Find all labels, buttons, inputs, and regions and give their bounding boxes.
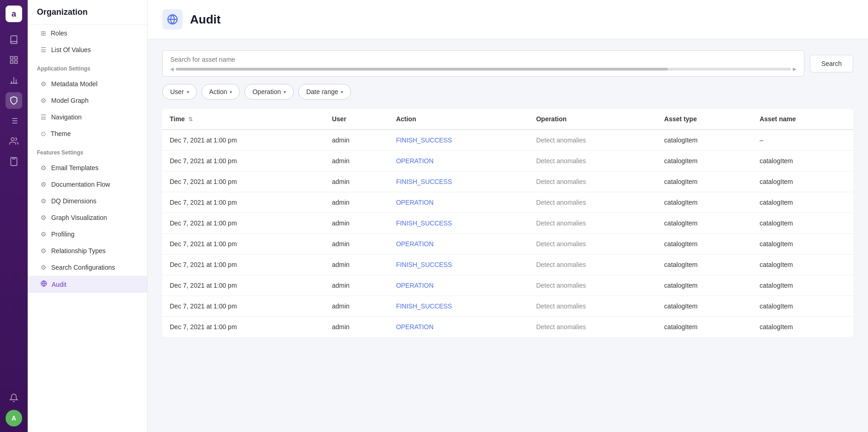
audit-icon <box>41 280 47 288</box>
table-row: Dec 7, 2021 at 1:00 pm admin OPERATION D… <box>162 234 853 254</box>
sidebar-item-documentation-flow[interactable]: ⚙ Documentation Flow <box>28 176 147 193</box>
sidebar: Organization ⊞ Roles ☰ List Of Values Ap… <box>28 0 148 432</box>
user-filter-chevron: ▾ <box>187 89 189 95</box>
cell-action: OPERATION <box>389 317 529 337</box>
metadata-icon: ⚙ <box>41 80 47 88</box>
dq-icon: ⚙ <box>41 197 47 205</box>
user-filter-label: User <box>170 88 184 95</box>
search-input-wrapper: ◀ ▶ <box>162 50 804 77</box>
search-button[interactable]: Search <box>810 55 853 72</box>
table-header-row: Time ⇅ User Action Operation Asset type … <box>162 109 853 130</box>
cell-time: Dec 7, 2021 at 1:00 pm <box>162 172 325 192</box>
svg-rect-0 <box>11 57 13 59</box>
search-config-icon: ⚙ <box>41 264 47 271</box>
cell-time: Dec 7, 2021 at 1:00 pm <box>162 234 325 254</box>
user-avatar[interactable]: A <box>6 410 22 426</box>
clipboard-icon[interactable] <box>6 153 22 170</box>
sidebar-item-search-configurations[interactable]: ⚙ Search Configurations <box>28 259 147 276</box>
sidebar-item-relationship-types[interactable]: ⚙ Relationship Types <box>28 243 147 259</box>
scroll-track <box>176 68 791 71</box>
main-content: Audit ◀ ▶ Search User ▾ <box>148 0 868 432</box>
book-icon[interactable] <box>6 31 22 48</box>
sidebar-item-label: Roles <box>51 30 67 37</box>
col-user: User <box>325 109 389 130</box>
cell-user: admin <box>325 130 389 151</box>
sidebar-item-theme[interactable]: ⊙ Theme <box>28 125 147 142</box>
table-row: Dec 7, 2021 at 1:00 pm admin FINISH_SUCC… <box>162 172 853 192</box>
doc-flow-icon: ⚙ <box>41 181 47 188</box>
cell-asset-name: catalogItem <box>752 151 853 172</box>
navigation-icon: ☰ <box>41 113 47 121</box>
app-logo[interactable]: a <box>6 6 22 22</box>
svg-rect-2 <box>15 61 18 64</box>
time-sort-icon: ⇅ <box>188 116 193 123</box>
sidebar-item-email-templates[interactable]: ⚙ Email Templates <box>28 160 147 176</box>
cell-action: FINISH_SUCCESS <box>389 213 529 234</box>
scroll-bar: ◀ ▶ <box>170 66 797 71</box>
table-row: Dec 7, 2021 at 1:00 pm admin OPERATION D… <box>162 151 853 172</box>
cell-asset-type: catalogItem <box>657 296 752 317</box>
cell-user: admin <box>325 192 389 213</box>
operation-filter-label: Operation <box>252 88 280 95</box>
sidebar-item-model-graph[interactable]: ⚙ Model Graph <box>28 92 147 109</box>
svg-rect-15 <box>13 158 15 159</box>
model-graph-icon: ⚙ <box>41 97 47 104</box>
sidebar-item-label: Documentation Flow <box>51 181 110 188</box>
operation-filter[interactable]: Operation ▾ <box>244 84 293 100</box>
cell-action: FINISH_SUCCESS <box>389 172 529 192</box>
sidebar-item-roles[interactable]: ⊞ Roles <box>28 25 147 41</box>
sidebar-item-navigation[interactable]: ☰ Navigation <box>28 109 147 125</box>
bell-icon[interactable] <box>6 390 22 406</box>
users-icon[interactable] <box>6 133 22 149</box>
operation-filter-chevron: ▾ <box>284 89 286 95</box>
sidebar-item-label: Profiling <box>51 231 75 238</box>
table-row: Dec 7, 2021 at 1:00 pm admin FINISH_SUCC… <box>162 254 853 275</box>
date-range-filter-chevron: ▾ <box>341 89 343 95</box>
sidebar-item-profiling[interactable]: ⚙ Profiling <box>28 226 147 243</box>
action-filter-chevron: ▾ <box>230 89 232 95</box>
sidebar-item-graph-visualization[interactable]: ⚙ Graph Visualization <box>28 209 147 226</box>
cell-operation: Detect anomalies <box>529 275 657 296</box>
page-header: Audit <box>148 0 868 39</box>
cell-time: Dec 7, 2021 at 1:00 pm <box>162 151 325 172</box>
sidebar-item-list-of-values[interactable]: ☰ List Of Values <box>28 41 147 58</box>
cell-time: Dec 7, 2021 at 1:00 pm <box>162 275 325 296</box>
search-input[interactable] <box>170 56 797 63</box>
sidebar-item-metadata-model[interactable]: ⚙ Metadata Model <box>28 76 147 92</box>
sidebar-item-audit[interactable]: Audit <box>28 276 147 293</box>
cell-asset-type: catalogItem <box>657 234 752 254</box>
table-row: Dec 7, 2021 at 1:00 pm admin FINISH_SUCC… <box>162 296 853 317</box>
user-filter[interactable]: User ▾ <box>162 84 197 100</box>
scroll-left-arrow[interactable]: ◀ <box>170 66 174 71</box>
cell-asset-type: catalogItem <box>657 172 752 192</box>
icon-rail: a A <box>0 0 28 432</box>
list-values-icon: ☰ <box>41 46 47 53</box>
cell-asset-type: catalogItem <box>657 130 752 151</box>
list-icon[interactable] <box>6 112 22 129</box>
cell-asset-type: catalogItem <box>657 275 752 296</box>
cell-asset-type: catalogItem <box>657 151 752 172</box>
sidebar-item-label: Navigation <box>51 113 82 121</box>
cell-asset-type: catalogItem <box>657 317 752 337</box>
cell-asset-type: catalogItem <box>657 192 752 213</box>
grid-icon[interactable] <box>6 52 22 68</box>
date-range-filter[interactable]: Date range ▾ <box>298 84 351 100</box>
theme-icon: ⊙ <box>41 130 46 137</box>
action-filter-label: Action <box>209 88 227 95</box>
col-time[interactable]: Time ⇅ <box>162 109 325 130</box>
sidebar-item-label: Audit <box>52 281 66 288</box>
cell-action: FINISH_SUCCESS <box>389 130 529 151</box>
page-title: Audit <box>190 12 220 27</box>
scroll-right-arrow[interactable]: ▶ <box>793 66 797 71</box>
cell-asset-type: catalogItem <box>657 254 752 275</box>
sidebar-item-label: Theme <box>51 130 71 137</box>
sidebar-item-label: Search Configurations <box>51 264 115 271</box>
col-operation: Operation <box>529 109 657 130</box>
chart-icon[interactable] <box>6 72 22 89</box>
cell-user: admin <box>325 296 389 317</box>
sidebar-item-dq-dimensions[interactable]: ⚙ DQ Dimensions <box>28 193 147 209</box>
shield-icon[interactable] <box>6 92 22 109</box>
table-row: Dec 7, 2021 at 1:00 pm admin OPERATION D… <box>162 275 853 296</box>
table-row: Dec 7, 2021 at 1:00 pm admin OPERATION D… <box>162 317 853 337</box>
action-filter[interactable]: Action ▾ <box>202 84 240 100</box>
